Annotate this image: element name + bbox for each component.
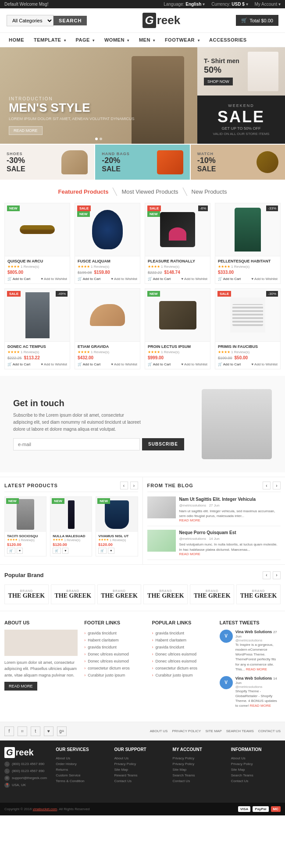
footer-link[interactable]: Curabitur justo ipsum — [152, 672, 213, 679]
prev-button[interactable]: ‹ — [263, 482, 271, 489]
brand-item[interactable]: BRAND THE GREEK — [143, 585, 188, 604]
category-select[interactable]: All Categories — [7, 15, 53, 26]
account-menu[interactable]: My Account ▾ — [255, 2, 281, 7]
search-teams-link[interactable]: SEARCH TEAMS — [226, 729, 254, 733]
footer-link[interactable]: Habent claritatem — [84, 637, 145, 644]
footer-link[interactable]: gravida tincidunt — [152, 644, 213, 651]
subscribe-button[interactable]: SUBSCRIBE — [142, 438, 184, 450]
bottom-link[interactable]: Privacy Policy — [114, 761, 164, 767]
add-to-wishlist-button[interactable]: ♥ — [108, 548, 114, 554]
currency-selector[interactable]: Currency: USD $ ▾ — [211, 2, 248, 7]
add-to-cart-button[interactable]: 🛒 Add to Cart — [7, 277, 30, 281]
footer-link[interactable]: gravida tincidunt — [84, 644, 145, 651]
add-to-cart-button[interactable]: 🛒 Add to Cart — [218, 362, 241, 366]
nav-page[interactable]: PAGE ▾ — [71, 33, 99, 47]
prev-button[interactable]: ‹ — [120, 482, 128, 489]
bags-sale-banner[interactable]: HAND BAGS -20% SALE — [95, 145, 189, 180]
copyright-link[interactable]: vinabucket.com — [33, 807, 57, 811]
add-to-wishlist-button[interactable]: ♥ Add to Wishlist — [252, 277, 278, 281]
next-button[interactable]: › — [130, 482, 138, 489]
bottom-link[interactable]: About Us — [56, 755, 105, 761]
footer-read-more-button[interactable]: READ MORE — [4, 682, 37, 691]
read-more-button[interactable]: READ MORE — [179, 552, 281, 556]
nav-accessories[interactable]: ACCESSORIES — [205, 33, 251, 47]
footer-link[interactable]: gravida tincidunt — [84, 630, 145, 637]
footer-link[interactable]: Curabitur justo ipsum — [84, 672, 145, 679]
add-to-cart-button[interactable]: 🛒 Add to Cart — [148, 362, 171, 366]
bottom-link[interactable]: Contact Us — [114, 778, 164, 784]
bottom-link[interactable]: Contact Us — [231, 778, 281, 784]
add-to-cart-button[interactable]: 🛒 Add to Cart — [218, 277, 241, 281]
tab-new[interactable]: New Products — [189, 187, 229, 196]
bottom-link[interactable]: Privacy Policy — [173, 755, 222, 761]
add-to-wishlist-button[interactable]: ♥ Add to Wishlist — [41, 277, 67, 281]
add-to-wishlist-button[interactable]: ♥ — [62, 548, 68, 554]
bottom-link[interactable]: Search Teams — [231, 772, 281, 778]
watch-sale-banner[interactable]: WATCH -10% SALE — [191, 145, 285, 180]
googleplus-icon[interactable]: g+ — [57, 726, 67, 736]
rss-icon[interactable]: ⌗ — [18, 726, 27, 736]
contact-us-link[interactable]: CONTACT US — [258, 729, 281, 733]
footer-link[interactable]: Donec ultrices euismod — [152, 651, 213, 658]
cart-button[interactable]: 🛒 Total $0.00 — [236, 15, 278, 26]
footer-link[interactable]: consectetur dictum eros — [84, 665, 145, 672]
footer-link[interactable]: Habent claritatem — [152, 637, 213, 644]
nav-footwear[interactable]: FOOTWEAR ▾ — [160, 33, 204, 47]
facebook-icon[interactable]: f — [4, 726, 14, 736]
footer-link[interactable]: Donec ultrices euismod — [84, 651, 145, 658]
shoes-sale-banner[interactable]: SHOES -30% SALE — [0, 145, 94, 180]
add-to-cart-button[interactable]: 🛒 Add to Cart — [78, 362, 100, 366]
nav-template[interactable]: TEMPLATE ▾ — [29, 33, 71, 47]
tab-featured[interactable]: Featured Products — [56, 187, 111, 196]
next-button[interactable]: › — [273, 482, 281, 489]
bottom-link[interactable]: Site Map — [173, 767, 222, 772]
add-to-cart-button[interactable]: 🛒 — [98, 548, 107, 554]
email-input[interactable] — [13, 438, 140, 450]
bottom-link[interactable]: Order History — [56, 761, 105, 767]
shop-now-button[interactable]: SHOP NOW — [204, 78, 233, 85]
bottom-link[interactable]: Returns — [56, 767, 105, 772]
bottom-link[interactable]: About Us — [231, 755, 281, 761]
hero-dot-1[interactable] — [95, 138, 98, 140]
privacy-policy-link[interactable]: PRIVACY POLICY — [172, 729, 201, 733]
bottom-link[interactable]: Privacy Policy — [173, 761, 222, 767]
language-selector[interactable]: Language: English ▾ — [164, 2, 205, 7]
twitter-icon[interactable]: t — [31, 726, 40, 736]
bottom-link[interactable]: Contact Us — [173, 778, 222, 784]
footer-link[interactable]: consectetur dictum eros — [152, 665, 213, 672]
nav-women[interactable]: WOMEN ▾ — [100, 33, 134, 47]
bottom-link[interactable]: Custom Service — [56, 772, 105, 778]
bottom-link[interactable]: Site Map — [231, 767, 281, 772]
footer-link[interactable]: Donec ultrices euismod — [152, 658, 213, 665]
add-to-wishlist-button[interactable]: ♥ Add to Wishlist — [111, 277, 137, 281]
add-to-wishlist-button[interactable]: ♥ Add to Wishlist — [252, 362, 278, 366]
bottom-link[interactable]: About Us — [114, 755, 164, 761]
brand-item[interactable]: BRAND THE GREEK — [51, 585, 95, 604]
logo[interactable]: Greek — [142, 13, 180, 28]
brand-item[interactable]: BRAND THE GREEK — [97, 585, 142, 604]
add-to-wishlist-button[interactable]: ♥ Add to Wishlist — [111, 362, 137, 366]
read-more-button[interactable]: READ MORE — [179, 518, 281, 522]
next-button[interactable]: › — [273, 571, 281, 579]
brand-item[interactable]: BRAND THE GREEK — [236, 585, 281, 604]
bottom-link[interactable]: Search Teams — [173, 772, 222, 778]
prev-button[interactable]: ‹ — [263, 571, 271, 579]
brand-item[interactable]: BRAND THE GREEK — [190, 585, 234, 604]
add-to-wishlist-button[interactable]: ♥ — [17, 548, 23, 554]
add-to-cart-button[interactable]: 🛒 Add to Cart — [148, 277, 171, 281]
brand-item[interactable]: BRAND THE GREEK — [4, 585, 49, 604]
hero-read-more-button[interactable]: READ MORE — [9, 126, 43, 135]
site-map-link[interactable]: SITE MAP — [205, 729, 221, 733]
bottom-link[interactable]: Privacy Policy — [231, 761, 281, 767]
footer-link[interactable]: Donec ultrices euismod — [84, 658, 145, 665]
tab-most-viewed[interactable]: Most Viewed Products — [119, 187, 180, 196]
add-to-cart-button[interactable]: 🛒 Add to Cart — [7, 362, 30, 366]
add-to-cart-button[interactable]: 🛒 — [53, 548, 61, 554]
hero-dot-2[interactable] — [100, 138, 102, 140]
bottom-link[interactable]: Site Map — [114, 767, 164, 772]
bottom-link[interactable]: Reward Teams — [114, 772, 164, 778]
nav-men[interactable]: MEN ▾ — [135, 33, 160, 47]
nav-home[interactable]: HOME — [4, 33, 28, 47]
add-to-wishlist-button[interactable]: ♥ Add to Wishlist — [182, 362, 207, 366]
add-to-cart-button[interactable]: 🛒 — [7, 548, 15, 554]
